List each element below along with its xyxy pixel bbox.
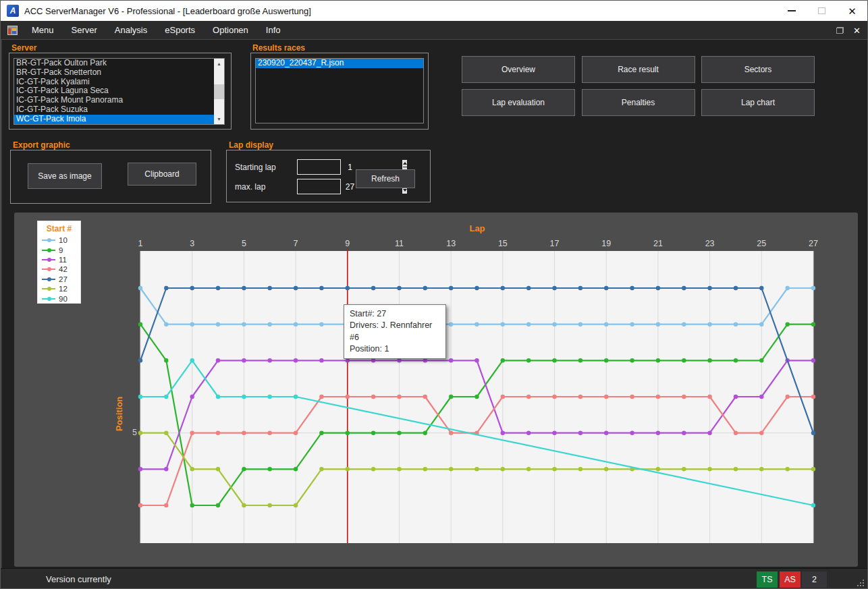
data-point: [319, 358, 323, 362]
data-point: [811, 322, 815, 327]
nav-button-lap-chart[interactable]: Lap chart: [701, 89, 815, 116]
data-point: [164, 503, 168, 507]
x-tick-label: 17: [545, 239, 565, 248]
data-point: [138, 322, 142, 327]
data-point: [423, 431, 427, 435]
menu-item-info[interactable]: Info: [257, 22, 290, 38]
nav-button-race-result[interactable]: Race result: [582, 56, 695, 83]
data-point: [707, 467, 711, 471]
lap-chart-plot[interactable]: [140, 251, 813, 543]
legend-item: 27: [42, 275, 80, 284]
server-list-item[interactable]: IC-GT-Pack Suzuka: [14, 105, 224, 115]
data-point: [656, 431, 660, 435]
data-point: [552, 431, 556, 435]
menu-item-server[interactable]: Server: [63, 22, 106, 38]
server-list-scrollbar[interactable]: ▲ ▼: [214, 59, 224, 124]
nav-button-penalties[interactable]: Penalties: [582, 89, 695, 116]
save-as-image-button[interactable]: Save as image: [28, 163, 102, 189]
data-point: [501, 358, 505, 362]
data-point: [294, 503, 298, 507]
scroll-track[interactable]: [214, 69, 224, 114]
scroll-thumb[interactable]: [214, 84, 224, 99]
x-tick-label: 7: [286, 239, 306, 248]
legend-marker-icon: [42, 279, 55, 280]
nav-button-overview[interactable]: Overview: [462, 56, 575, 83]
data-point: [346, 395, 350, 399]
close-button[interactable]: ✕: [837, 1, 867, 21]
series-12: [138, 431, 815, 508]
nav-button-sectors[interactable]: Sectors: [701, 56, 815, 83]
data-point: [759, 431, 763, 435]
data-point: [371, 395, 375, 399]
nav-button-lap-evaluation[interactable]: Lap evaluation: [462, 89, 575, 116]
server-list-item[interactable]: BR-GT-Pack Snetterton: [14, 68, 224, 78]
data-point: [656, 395, 660, 399]
x-tick-label: 23: [700, 239, 720, 248]
menu-item-optionen[interactable]: Optionen: [204, 22, 257, 38]
tooltip-position: Position: 1: [350, 343, 440, 355]
data-point: [630, 286, 634, 290]
menu-item-analysis[interactable]: Analysis: [106, 22, 156, 38]
x-tick-label: 3: [182, 239, 202, 248]
data-point: [164, 358, 168, 362]
mdi-restore-button[interactable]: [836, 27, 844, 34]
status-bar: Version currently TS AS 2: [1, 568, 867, 589]
status-text: Version currently: [46, 574, 111, 584]
clipboard-button[interactable]: Clipboard: [128, 163, 196, 186]
data-point: [164, 467, 168, 471]
data-point: [630, 395, 634, 399]
data-point: [423, 395, 427, 399]
data-point: [242, 322, 246, 327]
x-tick-label: 5: [234, 239, 254, 248]
mdi-close-button[interactable]: ✕: [853, 24, 861, 36]
data-point: [501, 322, 505, 327]
server-list-item[interactable]: IC-GT-Pack Kyalami: [14, 78, 224, 87]
data-point: [449, 467, 453, 471]
legend-marker-icon: [42, 269, 55, 270]
server-list-item[interactable]: IC-GT-Pack Laguna Seca: [14, 86, 224, 96]
data-point: [397, 395, 401, 399]
results-listbox[interactable]: 230920_220437_R.json: [255, 58, 424, 123]
series-42: [138, 395, 815, 507]
data-point: [656, 286, 660, 290]
chart-panel: Start # 1091142271290 Lap 13579111315171…: [14, 213, 858, 567]
legend-marker-icon: [42, 240, 55, 241]
data-point: [682, 286, 686, 290]
data-point: [682, 322, 686, 327]
starting-lap-up-button[interactable]: [403, 160, 407, 167]
server-list-item[interactable]: WC-GT-Pack Imola: [14, 115, 224, 124]
results-list-item[interactable]: 230920_220437_R.json: [256, 59, 423, 68]
minimize-button[interactable]: [776, 1, 807, 21]
legend-label: 12: [59, 285, 67, 293]
data-point: [190, 358, 194, 362]
data-point: [552, 358, 556, 362]
data-point: [811, 395, 815, 399]
legend-item: 90: [42, 293, 80, 303]
menu-item-esports[interactable]: eSports: [156, 22, 204, 38]
scroll-up-icon[interactable]: ▲: [214, 59, 224, 69]
data-point: [734, 467, 738, 471]
refresh-button[interactable]: Refresh: [356, 169, 415, 188]
data-point: [656, 358, 660, 362]
starting-lap-spinner: [297, 159, 341, 175]
data-point: [578, 467, 582, 471]
maximize-button[interactable]: [807, 1, 837, 21]
scroll-down-icon[interactable]: ▼: [214, 114, 224, 124]
data-point: [501, 286, 505, 290]
data-point: [526, 395, 531, 399]
legend-label: 9: [59, 246, 63, 254]
data-point: [578, 322, 582, 327]
legend-item: 42: [42, 264, 80, 274]
server-listbox[interactable]: BR-GT-Pack Oulton ParkBR-GT-Pack Snetter…: [13, 58, 225, 125]
server-list-item[interactable]: IC-GT-Pack Mount Panorama: [14, 96, 224, 105]
menu-item-menu[interactable]: Menu: [23, 22, 63, 38]
server-list-item[interactable]: BR-GT-Pack Oulton Park: [14, 59, 224, 68]
data-point: [138, 395, 142, 399]
data-point: [138, 467, 142, 471]
legend-marker-icon: [42, 288, 55, 289]
data-point: [164, 431, 168, 435]
data-point: [319, 467, 323, 471]
series-line: [140, 360, 813, 469]
resize-grip-icon[interactable]: [856, 578, 864, 586]
ts-status-badge: TS: [757, 571, 778, 588]
